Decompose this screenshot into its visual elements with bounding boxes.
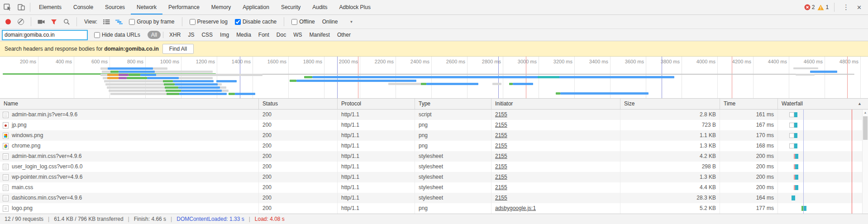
cell-name[interactable]: logo.png [0, 203, 258, 214]
filter-input[interactable] [2, 30, 88, 40]
cell-size: 1.1 KB [620, 130, 720, 141]
initiator-link[interactable]: 2155 [495, 143, 507, 149]
table-row[interactable]: logo.png200http/1.1pngadsbygoogle.js:15.… [0, 203, 868, 214]
table-row[interactable]: user_login_log.css?ver=0.6.0200http/1.1s… [0, 162, 868, 172]
tab-application[interactable]: Application [237, 0, 275, 14]
hide-data-urls-checkbox[interactable] [94, 32, 100, 38]
vertical-scrollbar[interactable]: ▲ [862, 110, 868, 214]
capture-screenshots-button[interactable] [36, 17, 47, 27]
initiator-link[interactable]: 2155 [495, 195, 507, 201]
search-button[interactable] [61, 17, 72, 27]
cell-name[interactable]: dashicons.min.css?ver=4.9.6 [0, 193, 258, 203]
table-row[interactable]: windows.png200http/1.1png21551.1 KB170 m… [0, 130, 868, 141]
initiator-link[interactable]: 2155 [495, 111, 507, 118]
column-header-waterfall[interactable]: Waterfall ▲ [777, 99, 868, 109]
scrollbar-thumb[interactable] [863, 116, 868, 140]
group-by-frame-checkbox[interactable] [129, 19, 135, 25]
cell-protocol: http/1.1 [337, 182, 415, 193]
filter-type-doc[interactable]: Doc [273, 31, 290, 39]
waterfall-overview[interactable] [0, 67, 868, 99]
cell-name[interactable]: admin-bar.min.css?ver=4.9.6 [0, 151, 258, 162]
column-header-type[interactable]: Type [415, 99, 491, 109]
warning-badge[interactable]: 1 [817, 4, 829, 10]
close-devtools-icon[interactable]: ✕ [855, 4, 863, 11]
tab-strip: ElementsConsoleSourcesNetworkPerformance… [33, 0, 377, 14]
cell-name[interactable]: user_login_log.css?ver=0.6.0 [0, 162, 258, 172]
cell-name[interactable]: admin-bar.min.js?ver=4.9.6 [0, 110, 258, 120]
column-header-protocol[interactable]: Protocol [337, 99, 415, 109]
tab-elements[interactable]: Elements [33, 0, 67, 14]
tab-memory[interactable]: Memory [205, 0, 237, 14]
filter-type-xhr[interactable]: XHR [166, 31, 184, 39]
cell-name[interactable]: windows.png [0, 130, 258, 141]
tab-security[interactable]: Security [275, 0, 306, 14]
cell-type: png [415, 203, 491, 214]
table-row[interactable]: dashicons.min.css?ver=4.9.6200http/1.1st… [0, 193, 868, 203]
scroll-up-icon[interactable]: ▲ [863, 110, 868, 115]
tab-network[interactable]: Network [131, 0, 162, 14]
cell-initiator: 2155 [491, 172, 620, 182]
column-header-name[interactable]: Name [0, 99, 258, 109]
cell-name[interactable]: chrome.png [0, 141, 258, 151]
find-all-button[interactable]: Find All [162, 44, 194, 54]
table-row[interactable]: jp.png200http/1.1png2155723 B167 ms [0, 120, 868, 130]
initiator-link[interactable]: 2155 [495, 184, 507, 191]
device-toolbar-icon[interactable] [15, 2, 27, 13]
column-header-status[interactable]: Status [258, 99, 337, 109]
filter-button[interactable] [48, 17, 59, 27]
initiator-link[interactable]: 2155 [495, 163, 507, 170]
cell-name[interactable]: main.css [0, 182, 258, 193]
initiator-link[interactable]: 2155 [495, 153, 507, 159]
table-row[interactable]: main.css200http/1.1stylesheet21554.4 KB2… [0, 182, 868, 193]
tab-audits[interactable]: Audits [306, 0, 333, 14]
filter-type-all[interactable]: All [148, 31, 161, 39]
clear-button[interactable] [15, 17, 26, 27]
filter-type-media[interactable]: Media [233, 31, 255, 39]
tab-console[interactable]: Console [67, 0, 99, 14]
cell-waterfall [777, 120, 868, 130]
cell-status: 200 [258, 182, 337, 193]
column-header-time[interactable]: Time [720, 99, 777, 109]
tab-performance[interactable]: Performance [162, 0, 205, 14]
offline-label: Offline [299, 19, 315, 25]
record-button[interactable] [3, 17, 14, 27]
overview-waterfall-icon [115, 19, 123, 25]
show-overview-button[interactable] [114, 17, 124, 27]
table-row[interactable]: admin-bar.min.js?ver=4.9.6200http/1.1scr… [0, 110, 868, 120]
cell-size: 1.3 KB [620, 172, 720, 182]
throttling-dropdown[interactable]: Online ▼ [322, 19, 353, 25]
cell-name[interactable]: jp.png [0, 120, 258, 130]
filter-type-other[interactable]: Other [334, 31, 354, 39]
disable-cache-checkbox[interactable] [235, 19, 241, 25]
filter-type-manifest[interactable]: Manifest [306, 31, 334, 39]
filter-type-js[interactable]: JS [184, 31, 198, 39]
warning-count: 1 [825, 4, 829, 10]
table-row[interactable]: wp-pointer.min.css?ver=4.9.6200http/1.1s… [0, 172, 868, 182]
filter-type-img[interactable]: Img [216, 31, 233, 39]
filter-type-ws[interactable]: WS [290, 31, 305, 39]
tab-sources[interactable]: Sources [99, 0, 131, 14]
inspect-element-icon[interactable] [2, 2, 14, 13]
view-list-button[interactable] [101, 17, 112, 27]
summary-item: Load: 4.08 s [255, 216, 285, 222]
preserve-log-checkbox[interactable] [190, 19, 196, 25]
initiator-link[interactable]: adsbygoogle.js:1 [495, 205, 536, 211]
list-view-icon [103, 19, 110, 24]
error-badge[interactable]: 2 [804, 4, 815, 10]
initiator-link[interactable]: 2155 [495, 122, 507, 128]
tab-adblock-plus[interactable]: Adblock Plus [334, 0, 377, 14]
filter-type-font[interactable]: Font [255, 31, 273, 39]
cell-time: 161 ms [720, 110, 777, 120]
initiator-link[interactable]: 2155 [495, 132, 507, 138]
filter-type-css[interactable]: CSS [198, 31, 216, 39]
cell-name[interactable]: wp-pointer.min.css?ver=4.9.6 [0, 172, 258, 182]
table-row[interactable]: admin-bar.min.css?ver=4.9.6200http/1.1st… [0, 151, 868, 162]
column-header-size[interactable]: Size [620, 99, 720, 109]
initiator-link[interactable]: 2155 [495, 174, 507, 180]
cell-size: 28.3 KB [620, 193, 720, 203]
more-options-icon[interactable]: ⋮ [840, 3, 852, 11]
table-row[interactable]: chrome.png200http/1.1png21551.3 KB168 ms [0, 141, 868, 151]
column-header-initiator[interactable]: Initiator [491, 99, 620, 109]
resource-type-filters: AllXHRJSCSSImgMediaFontDocWSManifestOthe… [148, 31, 354, 39]
offline-checkbox[interactable] [291, 19, 297, 25]
